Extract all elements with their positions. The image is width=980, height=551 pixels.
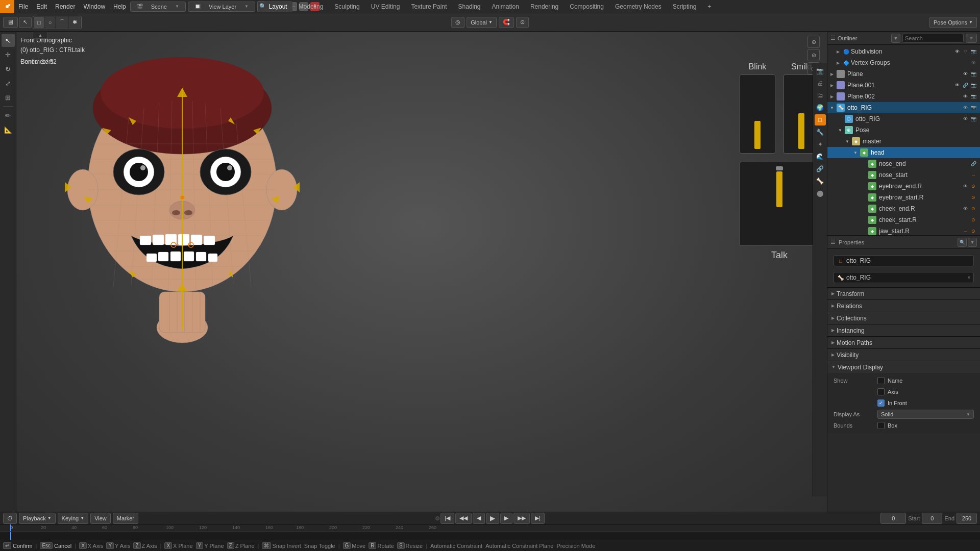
end-frame-input[interactable]: 250 — [957, 513, 977, 524]
proportional-edit[interactable]: ⊙ — [516, 17, 529, 28]
link-eyebrow-start-r[interactable]: ⊙ — [970, 194, 977, 201]
talk-bar[interactable] — [776, 171, 782, 207]
tree-item-cheek-end-r[interactable]: ▶ ◆ cheek_end.R 👁 ⊙ — [827, 203, 980, 214]
playback-btn[interactable]: Playback ▼ — [19, 513, 56, 524]
prop-options[interactable]: ▼ — [968, 238, 977, 247]
section-collections-header[interactable]: ▶ Collections — [827, 312, 980, 324]
object-data-options[interactable]: × — [968, 275, 970, 280]
smile-bar[interactable] — [798, 113, 804, 149]
section-viewport-display-header[interactable]: ▼ Viewport Display — [827, 361, 980, 373]
prop-tab-scene[interactable]: 🌍 — [815, 102, 826, 113]
tab-shading[interactable]: Shading — [453, 1, 485, 12]
tree-item-jaw-start-r[interactable]: ▶ ◆ jaw_start.R → ⊙ — [827, 226, 980, 235]
tree-item-nose-start[interactable]: ▶ ◆ nose_start → — [827, 169, 980, 181]
prop-tab-physics[interactable]: 🌊 — [815, 151, 826, 162]
next-keyframe[interactable]: ▶ — [500, 513, 512, 524]
vis-otto-rig[interactable]: 👁 — [962, 104, 969, 111]
prop-tab-render[interactable]: 📷 — [815, 65, 826, 77]
outliner-filter-btn[interactable]: ▼ — [891, 34, 900, 43]
current-frame-input[interactable]: 0 — [880, 513, 906, 524]
tab-animation[interactable]: Animation — [487, 1, 524, 12]
axis-checkbox[interactable] — [877, 388, 885, 395]
prop-tab-view-layer[interactable]: 🗂 — [815, 90, 826, 101]
select-box[interactable]: □ — [34, 17, 44, 28]
tab-geometry-nodes[interactable]: Geometry Nodes — [610, 1, 667, 12]
marker-btn[interactable]: Marker — [113, 513, 138, 524]
tree-item-plane001[interactable]: ▶ Plane.001 👁 🔗 📷 — [827, 80, 980, 91]
pose-options-btn[interactable]: Pose Options ▼ — [929, 17, 977, 28]
link-plane001[interactable]: 🔗 — [962, 82, 969, 89]
tree-item-head[interactable]: ▼ ◆ head — [827, 147, 980, 158]
tab-layout[interactable]: Layout — [264, 1, 292, 12]
cam-plane001[interactable]: 📷 — [970, 82, 977, 89]
link-jaw-start-r[interactable]: → — [962, 228, 969, 235]
jump-end[interactable]: ▶| — [531, 513, 545, 524]
prop-tab-particles[interactable]: ✦ — [815, 139, 826, 150]
mode-select-cursor[interactable]: ↖ — [19, 17, 32, 28]
timeline-editor-type[interactable]: ⏱ — [3, 513, 17, 524]
link-eyebrow-end-r[interactable]: ⊙ — [970, 183, 977, 190]
tool-annotate[interactable]: ✏ — [2, 109, 15, 122]
vis-subdivision[interactable]: 👁 — [953, 48, 961, 55]
outliner-filter-options[interactable]: ≡ — [966, 34, 977, 43]
start-frame-input[interactable]: 0 — [922, 513, 942, 524]
prop-tab-modifier[interactable]: 🔧 — [815, 127, 826, 138]
prop-tab-object-data[interactable]: 🦴 — [815, 176, 826, 187]
talk-handle[interactable] — [776, 166, 783, 170]
link-nose-end[interactable]: 🔗 — [970, 160, 977, 167]
blink-bar[interactable] — [754, 121, 761, 149]
cam-plane002[interactable]: 📷 — [970, 93, 977, 100]
tree-item-otto-rig-data[interactable]: ▶ ⬡ otto_RIG 👁 📷 — [827, 113, 980, 124]
tab-scripting[interactable]: Scripting — [668, 1, 702, 12]
status-cancel[interactable]: Esc Cancel — [40, 542, 71, 549]
jump-start[interactable]: |◀ — [440, 513, 454, 524]
tree-item-plane[interactable]: ▶ Plane 👁 📷 — [827, 68, 980, 80]
vis-plane002[interactable]: 👁 — [962, 93, 969, 100]
viewport-overlay-btn[interactable]: ⊕ — [807, 36, 820, 48]
prop-search[interactable]: 🔍 — [958, 238, 967, 247]
tree-item-eyebrow-start-r[interactable]: ▶ ◆ eyebrow_start.R ⊙ — [827, 192, 980, 203]
tree-item-otto-rig[interactable]: ▼ 🦴 otto_RIG 👁 📷 — [827, 102, 980, 113]
object-name-field[interactable]: □ otto_RIG — [834, 255, 974, 266]
section-relations-header[interactable]: ▶ Relations — [827, 299, 980, 312]
select-lasso[interactable]: ⌒ — [56, 17, 68, 28]
editor-type-btn[interactable]: 🖥 — [3, 17, 18, 28]
tool-measure[interactable]: 📐 — [2, 123, 15, 136]
tab-add[interactable]: + — [702, 1, 716, 12]
prop-tab-constraints[interactable]: 🔗 — [815, 163, 826, 174]
cam-otto-rig[interactable]: 📷 — [970, 104, 977, 111]
vis-cheek-end-r[interactable]: 👁 — [962, 205, 969, 212]
tree-item-plane002[interactable]: ▶ Plane.002 👁 📷 — [827, 91, 980, 102]
viewport[interactable]: Front Orthographic (0) otto_RIG : CTRLta… — [16, 32, 827, 512]
cam-otto-rig-data[interactable]: 📷 — [970, 115, 977, 122]
prop-tab-material[interactable]: ⬤ — [815, 188, 826, 199]
section-visibility-header[interactable]: ▶ Visibility — [827, 348, 980, 361]
tree-item-cheek-start-r[interactable]: ▶ ◆ cheek_start.R ⊙ — [827, 214, 980, 226]
prev-frame[interactable]: ◀◀ — [455, 513, 472, 524]
tree-item-master[interactable]: ▼ ◆ master — [827, 136, 980, 147]
tab-texture-paint[interactable]: Texture Paint — [406, 1, 452, 12]
rend-subdivision[interactable]: 📷 — [970, 48, 977, 55]
prop-tab-object[interactable]: □ — [815, 114, 826, 126]
tool-rotate[interactable]: ↻ — [2, 62, 15, 76]
tab-uv-editing[interactable]: UV Editing — [366, 1, 405, 12]
tree-item-pose[interactable]: ▼ ⊕ Pose — [827, 124, 980, 136]
tree-item-subdivision[interactable]: ▶ 🔵 Subdivision 👁 ▽ 📷 — [827, 46, 980, 57]
keying-btn[interactable]: Keying ▼ — [58, 513, 89, 524]
tool-move[interactable]: ✛ — [2, 48, 15, 61]
sel-subdivision[interactable]: ▽ — [962, 48, 969, 55]
bounds-checkbox[interactable] — [877, 422, 885, 429]
cam-plane[interactable]: 📷 — [970, 70, 977, 78]
vis-eyebrow-end-r[interactable]: 👁 — [962, 183, 969, 190]
collapse-top-panel[interactable]: ▲ — [33, 32, 48, 39]
next-frame[interactable]: ▶▶ — [513, 513, 530, 524]
tree-item-eyebrow-end-r[interactable]: ▶ ◆ eyebrow_end.R 👁 ⊙ — [827, 181, 980, 192]
display-as-dropdown[interactable]: Solid ▼ — [877, 410, 974, 419]
snap-toggle[interactable]: 🧲 — [499, 17, 514, 28]
link-cheek-end-r[interactable]: ⊙ — [970, 205, 977, 212]
transform-global[interactable]: Global ▼ — [467, 17, 497, 28]
tool-cursor[interactable]: ↖ — [2, 34, 15, 47]
tab-compositing[interactable]: Compositing — [565, 1, 609, 12]
in-front-checkbox[interactable] — [877, 399, 885, 407]
tab-modeling[interactable]: Modeling — [293, 1, 329, 12]
